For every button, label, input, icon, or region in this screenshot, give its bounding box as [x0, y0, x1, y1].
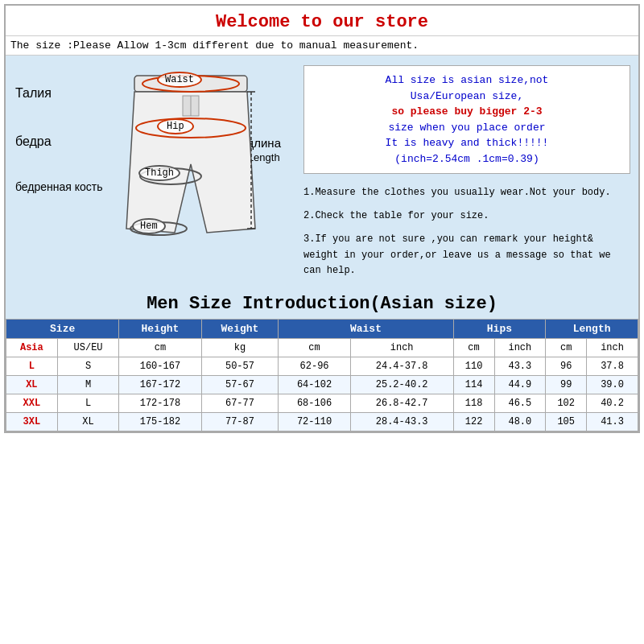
- td-hips-cm: 118: [453, 394, 494, 413]
- th-sub-length-cm: cm: [546, 339, 587, 357]
- td-hips-inch: 43.3: [494, 357, 546, 376]
- td-length-inch: 39.0: [587, 376, 638, 394]
- td-hips-cm: 114: [453, 376, 494, 394]
- info-item-3: 3.If you are not sure ,you can remark yo…: [303, 232, 630, 279]
- td-height: 175-182: [119, 413, 201, 431]
- thigh-label: Thigh: [138, 165, 180, 181]
- th-sub-useu: US/EU: [57, 339, 119, 357]
- td-asia: L: [6, 357, 58, 376]
- td-useu: M: [57, 376, 119, 394]
- hem-label: Hem: [132, 218, 166, 234]
- diagram-right: All size is asian size,not Usa/European …: [295, 56, 638, 289]
- td-weight: 57-67: [201, 376, 279, 394]
- th-weight: Weight: [201, 320, 279, 339]
- td-length-inch: 40.2: [587, 394, 638, 413]
- th-sub-waist-cm: cm: [279, 339, 350, 357]
- td-waist-cm: 72-110: [279, 413, 350, 431]
- table-row: 3XL XL 175-182 77-87 72-110 28.4-43.3 12…: [6, 413, 638, 431]
- info-line4: size when you place order: [388, 122, 545, 134]
- th-length: Length: [546, 320, 638, 339]
- th-sub-height: cm: [119, 339, 201, 357]
- td-hips-inch: 46.5: [494, 394, 546, 413]
- th-size: Size: [6, 320, 119, 339]
- label-bedrennaya: бедренная кость: [15, 180, 103, 193]
- td-hips-inch: 48.0: [494, 413, 546, 431]
- info-line2: Usa/European size,: [411, 90, 523, 102]
- td-length-cm: 96: [546, 357, 587, 376]
- th-height: Height: [119, 320, 201, 339]
- td-height: 167-172: [119, 376, 201, 394]
- th-waist: Waist: [279, 320, 453, 339]
- td-length-inch: 41.3: [587, 413, 638, 431]
- td-waist-inch: 26.8-42.7: [350, 394, 453, 413]
- td-asia: XL: [6, 376, 58, 394]
- td-weight: 67-77: [201, 394, 279, 413]
- pants-diagram: [110, 68, 271, 273]
- td-hips-cm: 122: [453, 413, 494, 431]
- td-waist-cm: 62-96: [279, 357, 350, 376]
- info-item-1: 1.Measure the clothes you usually wear.N…: [303, 185, 630, 200]
- info-line6: (inch=2.54cm .1cm=0.39): [394, 153, 539, 165]
- td-hips-cm: 110: [453, 357, 494, 376]
- section-title: Men Size Introduction(Asian size): [6, 289, 638, 319]
- th-sub-hips-cm: cm: [453, 339, 494, 357]
- th-sub-weight: kg: [201, 339, 279, 357]
- info-item-2: 2.Check the table for your size.: [303, 208, 630, 224]
- td-weight: 50-57: [201, 357, 279, 376]
- td-useu: L: [57, 394, 119, 413]
- label-bedra: бедра: [15, 134, 52, 149]
- td-waist-inch: 24.4-37.8: [350, 357, 453, 376]
- th-sub-length-inch: inch: [587, 339, 638, 357]
- td-asia: XXL: [6, 394, 58, 413]
- td-waist-cm: 64-102: [279, 376, 350, 394]
- info-box-top: All size is asian size,not Usa/European …: [303, 65, 630, 174]
- header: Welcome to our store: [6, 6, 638, 35]
- info-line3: so please buy bigger 2-3: [391, 105, 542, 118]
- store-title: Welcome to our store: [9, 12, 635, 32]
- td-useu: S: [57, 357, 119, 376]
- info-line5: It is heavy and thick!!!!!: [386, 137, 549, 149]
- td-waist-cm: 68-106: [279, 394, 350, 413]
- td-length-cm: 102: [546, 394, 587, 413]
- td-waist-inch: 28.4-43.3: [350, 413, 453, 431]
- table-row: L S 160-167 50-57 62-96 24.4-37.8 110 43…: [6, 357, 638, 376]
- th-sub-hips-inch: inch: [494, 339, 546, 357]
- info-line1: All size is asian size,not: [386, 74, 549, 86]
- td-height: 160-167: [119, 357, 201, 376]
- td-waist-inch: 25.2-40.2: [350, 376, 453, 394]
- main-container: Welcome to our store The size :Please Al…: [4, 4, 640, 433]
- diagram-left: Талия бедра бедренная кость длинаLength: [6, 56, 295, 289]
- th-sub-waist-inch: inch: [350, 339, 453, 357]
- td-useu: XL: [57, 413, 119, 431]
- hip-label: Hip: [157, 118, 194, 134]
- td-asia: 3XL: [6, 413, 58, 431]
- label-taliya: Талия: [15, 86, 52, 101]
- td-height: 172-178: [119, 394, 201, 413]
- td-hips-inch: 44.9: [494, 376, 546, 394]
- size-table: Size Height Weight Waist Hips Length Asi…: [6, 319, 638, 431]
- diagram-area: Талия бедра бедренная кость длинаLength: [6, 56, 638, 289]
- td-length-inch: 37.8: [587, 357, 638, 376]
- table-row: XXL L 172-178 67-77 68-106 26.8-42.7 118…: [6, 394, 638, 413]
- waist-label: Waist: [157, 72, 202, 88]
- measurement-note: The size :Please Allow 1-3cm different d…: [6, 35, 638, 56]
- info-items: 1.Measure the clothes you usually wear.N…: [303, 185, 630, 279]
- td-weight: 77-87: [201, 413, 279, 431]
- td-length-cm: 105: [546, 413, 587, 431]
- td-length-cm: 99: [546, 376, 587, 394]
- th-sub-asia: Asia: [6, 339, 58, 357]
- table-row: XL M 167-172 57-67 64-102 25.2-40.2 114 …: [6, 376, 638, 394]
- th-hips: Hips: [453, 320, 546, 339]
